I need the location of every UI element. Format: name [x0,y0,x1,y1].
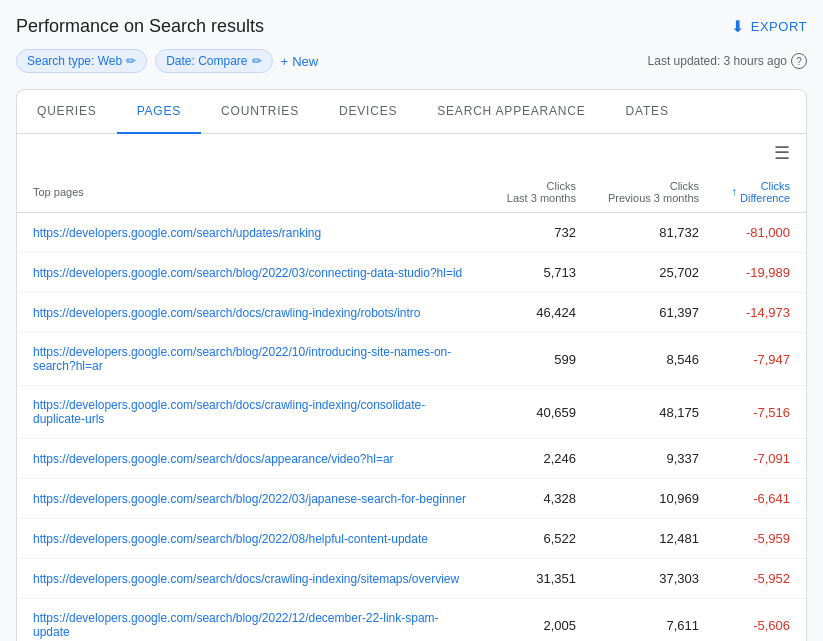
date-edit-icon: ✏ [252,54,262,68]
tab-countries[interactable]: COUNTRIES [201,90,319,134]
table-row: https://developers.google.com/search/doc… [17,439,806,479]
cell-url[interactable]: https://developers.google.com/search/doc… [17,559,491,599]
table-row: https://developers.google.com/search/blo… [17,519,806,559]
cell-clicks-prev: 48,175 [592,386,715,439]
cell-clicks-last: 2,246 [491,439,592,479]
cell-clicks-prev: 9,337 [592,439,715,479]
tab-queries[interactable]: QUERIES [17,90,117,134]
sort-asc-icon[interactable]: ↑ [731,185,737,199]
table-row: https://developers.google.com/search/blo… [17,333,806,386]
info-icon[interactable]: ? [791,53,807,69]
page-header: Performance on Search results ⬇ EXPORT [16,16,807,37]
cell-clicks-last: 2,005 [491,599,592,642]
cell-clicks-prev: 61,397 [592,293,715,333]
export-label: EXPORT [751,19,807,34]
cell-url[interactable]: https://developers.google.com/search/blo… [17,253,491,293]
cell-url[interactable]: https://developers.google.com/search/blo… [17,519,491,559]
cell-url[interactable]: https://developers.google.com/search/upd… [17,213,491,253]
cell-diff: -14,973 [715,293,806,333]
cell-clicks-last: 732 [491,213,592,253]
cell-diff: -7,516 [715,386,806,439]
cell-clicks-prev: 12,481 [592,519,715,559]
cell-url[interactable]: https://developers.google.com/search/blo… [17,599,491,642]
date-filter[interactable]: Date: Compare ✏ [155,49,272,73]
cell-clicks-last: 5,713 [491,253,592,293]
cell-diff: -5,606 [715,599,806,642]
pages-table: Top pages Clicks Last 3 months Clicks Pr… [17,172,806,641]
table-filter-icon[interactable]: ☰ [774,142,790,164]
new-filter-button[interactable]: + New [281,54,319,69]
cell-diff: -7,947 [715,333,806,386]
cell-diff: -5,959 [715,519,806,559]
col-header-page: Top pages [17,172,491,213]
table-row: https://developers.google.com/search/blo… [17,479,806,519]
cell-diff: -5,952 [715,559,806,599]
page-title: Performance on Search results [16,16,264,37]
col-header-clicks-prev: Clicks Previous 3 months [592,172,715,213]
search-type-edit-icon: ✏ [126,54,136,68]
cell-url[interactable]: https://developers.google.com/search/doc… [17,439,491,479]
tab-search-appearance[interactable]: SEARCH APPEARANCE [417,90,605,134]
col-header-clicks-last: Clicks Last 3 months [491,172,592,213]
cell-clicks-prev: 81,732 [592,213,715,253]
toolbar-right: Last updated: 3 hours ago ? [648,53,807,69]
date-label: Date: Compare [166,54,247,68]
tab-dates[interactable]: DATES [606,90,689,134]
col-header-diff: ↑ Clicks Difference [715,172,806,213]
cell-clicks-last: 40,659 [491,386,592,439]
tab-devices[interactable]: DEVICES [319,90,417,134]
cell-url[interactable]: https://developers.google.com/search/doc… [17,386,491,439]
toolbar: Search type: Web ✏ Date: Compare ✏ + New… [16,49,807,73]
cell-clicks-last: 4,328 [491,479,592,519]
cell-clicks-last: 31,351 [491,559,592,599]
cell-clicks-prev: 25,702 [592,253,715,293]
table-row: https://developers.google.com/search/blo… [17,253,806,293]
new-label: New [292,54,318,69]
cell-diff: -6,641 [715,479,806,519]
cell-clicks-prev: 10,969 [592,479,715,519]
cell-clicks-last: 599 [491,333,592,386]
cell-clicks-prev: 37,303 [592,559,715,599]
search-type-filter[interactable]: Search type: Web ✏ [16,49,147,73]
last-updated-text: Last updated: 3 hours ago [648,54,787,68]
plus-icon: + [281,54,289,69]
table-row: https://developers.google.com/search/doc… [17,559,806,599]
cell-diff: -19,989 [715,253,806,293]
table-row: https://developers.google.com/search/doc… [17,293,806,333]
table-row: https://developers.google.com/search/doc… [17,386,806,439]
cell-clicks-prev: 7,611 [592,599,715,642]
cell-diff: -81,000 [715,213,806,253]
cell-clicks-last: 6,522 [491,519,592,559]
toolbar-filters: Search type: Web ✏ Date: Compare ✏ + New [16,49,318,73]
main-card: QUERIES PAGES COUNTRIES DEVICES SEARCH A… [16,89,807,641]
table-row: https://developers.google.com/search/blo… [17,599,806,642]
cell-diff: -7,091 [715,439,806,479]
tab-pages[interactable]: PAGES [117,90,201,134]
export-button[interactable]: ⬇ EXPORT [731,17,807,36]
table-row: https://developers.google.com/search/upd… [17,213,806,253]
export-icon: ⬇ [731,17,745,36]
table-controls: ☰ [17,134,806,172]
tabs-bar: QUERIES PAGES COUNTRIES DEVICES SEARCH A… [17,90,806,134]
cell-url[interactable]: https://developers.google.com/search/blo… [17,479,491,519]
cell-clicks-last: 46,424 [491,293,592,333]
cell-clicks-prev: 8,546 [592,333,715,386]
search-type-label: Search type: Web [27,54,122,68]
cell-url[interactable]: https://developers.google.com/search/blo… [17,333,491,386]
cell-url[interactable]: https://developers.google.com/search/doc… [17,293,491,333]
